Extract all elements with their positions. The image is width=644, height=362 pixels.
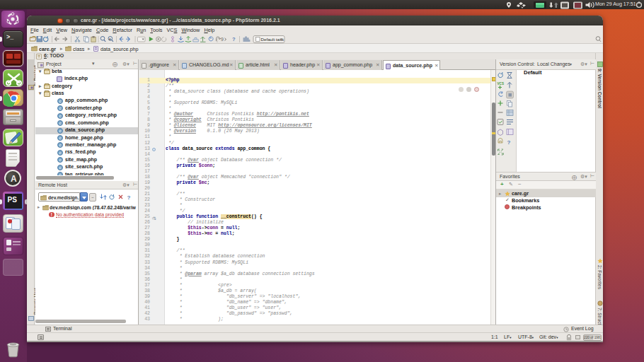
svg-text:VCS: VCS (498, 82, 504, 86)
svg-text:?: ? (232, 36, 236, 42)
svg-text:?: ? (507, 139, 511, 146)
svg-text:9: 9 (221, 37, 224, 42)
svg-text:?: ? (127, 194, 131, 201)
